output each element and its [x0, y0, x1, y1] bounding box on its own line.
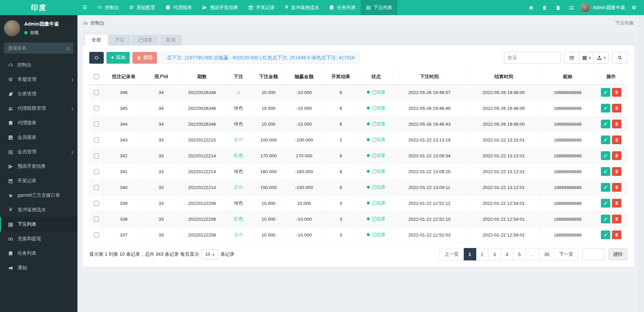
- export-button[interactable]: ▾: [593, 52, 609, 64]
- nav-item-preset-results[interactable]: 预设开奖结果: [197, 0, 243, 15]
- search-button[interactable]: [612, 52, 627, 64]
- page-scrollbar[interactable]: [639, 15, 644, 312]
- nav-item-agent-report[interactable]: 代理报表: [160, 0, 197, 15]
- row-checkbox[interactable]: [94, 169, 99, 174]
- tab-bet[interactable]: 下注: [108, 35, 131, 45]
- pagination-page-35[interactable]: 35: [539, 248, 554, 260]
- pagination-page-4[interactable]: 4: [501, 248, 513, 260]
- sidebar-item-member-report[interactable]: 会员报表: [0, 130, 77, 145]
- table-row: 3393320220122208绿色10.00010.0003已结算2022-0…: [89, 195, 627, 211]
- delete-row-button[interactable]: [612, 151, 621, 160]
- breadcrumb[interactable]: 控制台: [83, 20, 105, 26]
- horn-icon-wrap: [7, 265, 14, 271]
- table-search-input[interactable]: [504, 52, 561, 64]
- row-checkbox[interactable]: [94, 232, 99, 238]
- tab-cancel[interactable]: 取消: [160, 35, 182, 45]
- clear-trash-button[interactable]: [538, 0, 551, 15]
- edit-row-button[interactable]: [601, 104, 610, 113]
- pagination-prev[interactable]: 上一页: [440, 248, 464, 260]
- user-name: Admin我最牛逼: [24, 21, 59, 27]
- delete-row-button[interactable]: [612, 167, 621, 176]
- brand-logo[interactable]: 印度: [0, 0, 77, 15]
- search-icon[interactable]: [66, 45, 70, 52]
- delete-row-button[interactable]: [612, 88, 621, 97]
- nav-item-dashboard[interactable]: 控制台: [92, 0, 124, 15]
- sidebar-item-general-management[interactable]: ⚙常规管理‹: [0, 72, 77, 87]
- row-checkbox[interactable]: [94, 217, 99, 222]
- row-checkbox[interactable]: [94, 90, 99, 95]
- pagination-page-3[interactable]: 3: [488, 248, 501, 260]
- edit-row-button[interactable]: [601, 151, 610, 160]
- home-button[interactable]: [524, 0, 538, 15]
- sidebar-item-notification[interactable]: 通知: [0, 260, 77, 275]
- row-checkbox[interactable]: [94, 137, 99, 143]
- columns-button[interactable]: ▦ ▾: [579, 52, 594, 64]
- jump-page-input[interactable]: [582, 248, 605, 260]
- sidebar-item-first-charge-rebate[interactable]: ¥首冲返佣流水: [0, 202, 77, 217]
- navbar-user-name[interactable]: Admin我最牛逼: [593, 5, 625, 11]
- add-button[interactable]: + 添加: [106, 52, 130, 64]
- tab-all[interactable]: 全部: [85, 35, 107, 45]
- delete-row-button[interactable]: [612, 215, 621, 223]
- sidebar-item-recharge-withdraw[interactable]: 充值和提现: [0, 231, 77, 246]
- avatar[interactable]: [4, 20, 20, 36]
- jump-button[interactable]: 跳转: [609, 248, 627, 260]
- edit-row-button[interactable]: [601, 199, 610, 208]
- pagination-next[interactable]: 下一页: [554, 248, 578, 260]
- edit-row-button[interactable]: [601, 120, 610, 128]
- fullscreen-button[interactable]: [565, 0, 578, 15]
- delete-row-button[interactable]: [612, 183, 621, 192]
- nav-item-system-config[interactable]: ⚙系统配置: [124, 0, 160, 15]
- edit-row-button[interactable]: [601, 215, 610, 223]
- pagination-page-5[interactable]: 5: [513, 248, 526, 260]
- sidebar-item-bet-list[interactable]: ▤下注列表: [0, 217, 77, 231]
- settings-button[interactable]: ⚙: [627, 0, 641, 15]
- nav-item-sidebar-toggle[interactable]: ☰: [77, 0, 92, 15]
- nav-item-bet-list[interactable]: ▤下注列表: [361, 0, 397, 15]
- edit-row-button[interactable]: [601, 135, 610, 144]
- delete-row-button[interactable]: [612, 104, 621, 113]
- navbar-avatar[interactable]: [580, 3, 590, 12]
- pagination-page-2[interactable]: 2: [476, 248, 489, 260]
- edit-row-button[interactable]: [601, 88, 610, 97]
- sidebar-item-draw-records[interactable]: 开奖记录: [0, 174, 77, 188]
- clear-cache-button[interactable]: [551, 0, 565, 15]
- sidebar-item-game6-recharge-orders[interactable]: ◈game6三方充值订单: [0, 188, 77, 202]
- menu-search-input[interactable]: [4, 42, 73, 54]
- speedo-icon-wrap: [7, 62, 14, 68]
- row-checkbox[interactable]: [94, 122, 99, 127]
- page-size-dropdown[interactable]: 10 ▴: [201, 249, 218, 259]
- refresh-button[interactable]: [89, 52, 104, 64]
- sidebar-item-category-management[interactable]: 分类管理: [0, 87, 77, 101]
- row-checkbox[interactable]: [94, 153, 99, 158]
- sidebar-item-agent-report[interactable]: 代理报表: [0, 116, 77, 130]
- sidebar-item-task-list[interactable]: 任务列表: [0, 246, 77, 260]
- delete-row-button[interactable]: [612, 135, 621, 144]
- pagination-page-1[interactable]: 1: [464, 248, 476, 260]
- nav-item-draw-records[interactable]: 开奖记录: [243, 0, 280, 15]
- row-checkbox[interactable]: [94, 201, 99, 206]
- dashboard-icon: [83, 21, 88, 26]
- sidebar-item-agent-permission[interactable]: 代理权限管理‹: [0, 101, 77, 116]
- nav-item-first-charge-rebate[interactable]: ¥首冲返佣流水: [280, 0, 324, 15]
- select-all-checkbox[interactable]: [94, 74, 99, 79]
- delete-row-button[interactable]: [612, 120, 621, 128]
- sidebar-item-preset-results[interactable]: 预设开奖结果: [0, 159, 77, 174]
- delete-row-button[interactable]: [612, 230, 621, 239]
- bet-value: 绿色: [234, 105, 243, 111]
- panel-footer: 显示第 1 到第 10 条记录，总共 343 条记录 每页显示 10 ▴ 条记录…: [89, 248, 627, 260]
- delete-button[interactable]: 删除: [132, 52, 157, 64]
- nav-item-task-list[interactable]: 任务列表: [324, 0, 361, 15]
- sidebar-item-dashboard[interactable]: 控制台: [0, 58, 77, 72]
- tab-settled[interactable]: 已结算: [132, 35, 159, 45]
- detail-view-button[interactable]: [565, 52, 579, 64]
- book-icon: [8, 121, 13, 126]
- sidebar-item-member-management[interactable]: ▤会员管理‹: [0, 145, 77, 159]
- edit-row-button[interactable]: [601, 183, 610, 192]
- row-checkbox[interactable]: [94, 185, 99, 190]
- cell-bet_amount: 10.000: [251, 211, 286, 227]
- edit-row-button[interactable]: [601, 167, 610, 176]
- edit-row-button[interactable]: [601, 230, 610, 239]
- delete-row-button[interactable]: [612, 199, 621, 208]
- row-checkbox[interactable]: [94, 106, 99, 111]
